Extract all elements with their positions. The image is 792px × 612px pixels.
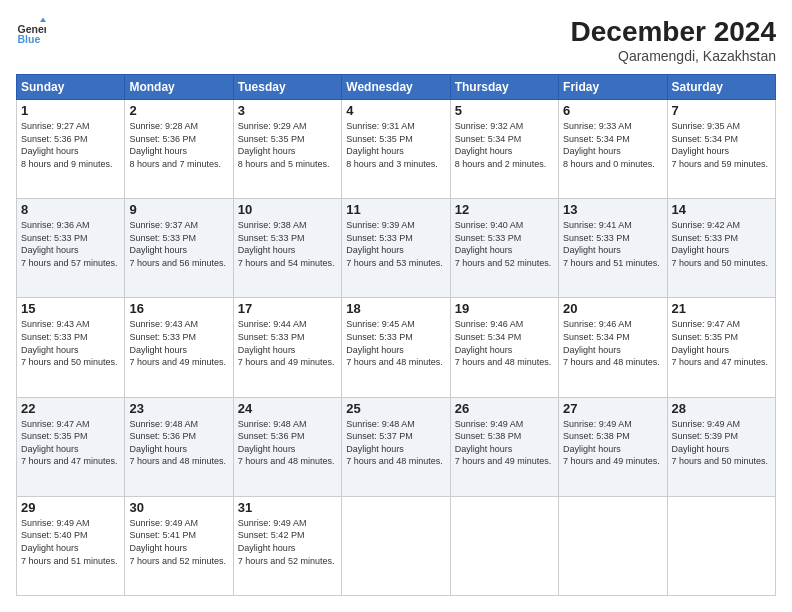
day-number: 2 <box>129 103 228 118</box>
calendar-subtitle: Qaramengdi, Kazakhstan <box>571 48 776 64</box>
table-row: 29Sunrise: 9:49 AMSunset: 5:40 PMDayligh… <box>17 496 125 595</box>
table-row: 17Sunrise: 9:44 AMSunset: 5:33 PMDayligh… <box>233 298 341 397</box>
table-row: 30Sunrise: 9:49 AMSunset: 5:41 PMDayligh… <box>125 496 233 595</box>
day-number: 5 <box>455 103 554 118</box>
table-row <box>559 496 667 595</box>
table-row: 18Sunrise: 9:45 AMSunset: 5:33 PMDayligh… <box>342 298 450 397</box>
day-info: Sunrise: 9:27 AMSunset: 5:36 PMDaylight … <box>21 120 120 170</box>
table-row: 2Sunrise: 9:28 AMSunset: 5:36 PMDaylight… <box>125 100 233 199</box>
day-number: 26 <box>455 401 554 416</box>
day-number: 21 <box>672 301 771 316</box>
day-info: Sunrise: 9:47 AMSunset: 5:35 PMDaylight … <box>21 418 120 468</box>
day-info: Sunrise: 9:37 AMSunset: 5:33 PMDaylight … <box>129 219 228 269</box>
table-row: 14Sunrise: 9:42 AMSunset: 5:33 PMDayligh… <box>667 199 775 298</box>
day-info: Sunrise: 9:42 AMSunset: 5:33 PMDaylight … <box>672 219 771 269</box>
day-info: Sunrise: 9:43 AMSunset: 5:33 PMDaylight … <box>21 318 120 368</box>
header-friday: Friday <box>559 75 667 100</box>
table-row: 11Sunrise: 9:39 AMSunset: 5:33 PMDayligh… <box>342 199 450 298</box>
table-row <box>342 496 450 595</box>
day-number: 14 <box>672 202 771 217</box>
logo: General Blue <box>16 16 46 46</box>
week-row-2: 8Sunrise: 9:36 AMSunset: 5:33 PMDaylight… <box>17 199 776 298</box>
table-row: 27Sunrise: 9:49 AMSunset: 5:38 PMDayligh… <box>559 397 667 496</box>
table-row: 7Sunrise: 9:35 AMSunset: 5:34 PMDaylight… <box>667 100 775 199</box>
day-info: Sunrise: 9:31 AMSunset: 5:35 PMDaylight … <box>346 120 445 170</box>
week-row-3: 15Sunrise: 9:43 AMSunset: 5:33 PMDayligh… <box>17 298 776 397</box>
day-number: 16 <box>129 301 228 316</box>
day-number: 28 <box>672 401 771 416</box>
calendar-title: December 2024 <box>571 16 776 48</box>
table-row: 25Sunrise: 9:48 AMSunset: 5:37 PMDayligh… <box>342 397 450 496</box>
day-number: 11 <box>346 202 445 217</box>
day-info: Sunrise: 9:46 AMSunset: 5:34 PMDaylight … <box>563 318 662 368</box>
day-info: Sunrise: 9:49 AMSunset: 5:41 PMDaylight … <box>129 517 228 567</box>
table-row: 15Sunrise: 9:43 AMSunset: 5:33 PMDayligh… <box>17 298 125 397</box>
header-saturday: Saturday <box>667 75 775 100</box>
table-row: 1Sunrise: 9:27 AMSunset: 5:36 PMDaylight… <box>17 100 125 199</box>
day-number: 30 <box>129 500 228 515</box>
day-info: Sunrise: 9:48 AMSunset: 5:36 PMDaylight … <box>129 418 228 468</box>
day-number: 25 <box>346 401 445 416</box>
day-number: 31 <box>238 500 337 515</box>
day-info: Sunrise: 9:36 AMSunset: 5:33 PMDaylight … <box>21 219 120 269</box>
table-row <box>667 496 775 595</box>
table-row: 12Sunrise: 9:40 AMSunset: 5:33 PMDayligh… <box>450 199 558 298</box>
header: General Blue December 2024 Qaramengdi, K… <box>16 16 776 64</box>
table-row: 24Sunrise: 9:48 AMSunset: 5:36 PMDayligh… <box>233 397 341 496</box>
calendar-body: 1Sunrise: 9:27 AMSunset: 5:36 PMDaylight… <box>17 100 776 596</box>
svg-text:Blue: Blue <box>18 33 41 45</box>
day-info: Sunrise: 9:29 AMSunset: 5:35 PMDaylight … <box>238 120 337 170</box>
day-info: Sunrise: 9:39 AMSunset: 5:33 PMDaylight … <box>346 219 445 269</box>
day-info: Sunrise: 9:43 AMSunset: 5:33 PMDaylight … <box>129 318 228 368</box>
day-number: 7 <box>672 103 771 118</box>
table-row: 16Sunrise: 9:43 AMSunset: 5:33 PMDayligh… <box>125 298 233 397</box>
day-info: Sunrise: 9:48 AMSunset: 5:37 PMDaylight … <box>346 418 445 468</box>
table-row: 20Sunrise: 9:46 AMSunset: 5:34 PMDayligh… <box>559 298 667 397</box>
week-row-1: 1Sunrise: 9:27 AMSunset: 5:36 PMDaylight… <box>17 100 776 199</box>
header-tuesday: Tuesday <box>233 75 341 100</box>
day-info: Sunrise: 9:38 AMSunset: 5:33 PMDaylight … <box>238 219 337 269</box>
day-info: Sunrise: 9:32 AMSunset: 5:34 PMDaylight … <box>455 120 554 170</box>
day-info: Sunrise: 9:45 AMSunset: 5:33 PMDaylight … <box>346 318 445 368</box>
calendar-table: Sunday Monday Tuesday Wednesday Thursday… <box>16 74 776 596</box>
day-number: 12 <box>455 202 554 217</box>
day-number: 6 <box>563 103 662 118</box>
page: General Blue December 2024 Qaramengdi, K… <box>0 0 792 612</box>
table-row: 8Sunrise: 9:36 AMSunset: 5:33 PMDaylight… <box>17 199 125 298</box>
table-row: 19Sunrise: 9:46 AMSunset: 5:34 PMDayligh… <box>450 298 558 397</box>
day-info: Sunrise: 9:44 AMSunset: 5:33 PMDaylight … <box>238 318 337 368</box>
day-number: 22 <box>21 401 120 416</box>
day-number: 10 <box>238 202 337 217</box>
svg-marker-2 <box>40 18 46 23</box>
day-number: 8 <box>21 202 120 217</box>
day-info: Sunrise: 9:49 AMSunset: 5:40 PMDaylight … <box>21 517 120 567</box>
table-row: 28Sunrise: 9:49 AMSunset: 5:39 PMDayligh… <box>667 397 775 496</box>
table-row: 5Sunrise: 9:32 AMSunset: 5:34 PMDaylight… <box>450 100 558 199</box>
day-number: 18 <box>346 301 445 316</box>
day-number: 1 <box>21 103 120 118</box>
header-thursday: Thursday <box>450 75 558 100</box>
day-info: Sunrise: 9:49 AMSunset: 5:42 PMDaylight … <box>238 517 337 567</box>
day-number: 3 <box>238 103 337 118</box>
title-block: December 2024 Qaramengdi, Kazakhstan <box>571 16 776 64</box>
day-number: 17 <box>238 301 337 316</box>
day-number: 24 <box>238 401 337 416</box>
day-info: Sunrise: 9:28 AMSunset: 5:36 PMDaylight … <box>129 120 228 170</box>
day-info: Sunrise: 9:33 AMSunset: 5:34 PMDaylight … <box>563 120 662 170</box>
table-row: 13Sunrise: 9:41 AMSunset: 5:33 PMDayligh… <box>559 199 667 298</box>
day-info: Sunrise: 9:49 AMSunset: 5:38 PMDaylight … <box>455 418 554 468</box>
table-row: 21Sunrise: 9:47 AMSunset: 5:35 PMDayligh… <box>667 298 775 397</box>
header-sunday: Sunday <box>17 75 125 100</box>
table-row: 9Sunrise: 9:37 AMSunset: 5:33 PMDaylight… <box>125 199 233 298</box>
day-number: 15 <box>21 301 120 316</box>
header-wednesday: Wednesday <box>342 75 450 100</box>
day-info: Sunrise: 9:47 AMSunset: 5:35 PMDaylight … <box>672 318 771 368</box>
table-row <box>450 496 558 595</box>
day-number: 19 <box>455 301 554 316</box>
day-info: Sunrise: 9:41 AMSunset: 5:33 PMDaylight … <box>563 219 662 269</box>
table-row: 4Sunrise: 9:31 AMSunset: 5:35 PMDaylight… <box>342 100 450 199</box>
header-monday: Monday <box>125 75 233 100</box>
weekday-header-row: Sunday Monday Tuesday Wednesday Thursday… <box>17 75 776 100</box>
day-number: 13 <box>563 202 662 217</box>
week-row-4: 22Sunrise: 9:47 AMSunset: 5:35 PMDayligh… <box>17 397 776 496</box>
